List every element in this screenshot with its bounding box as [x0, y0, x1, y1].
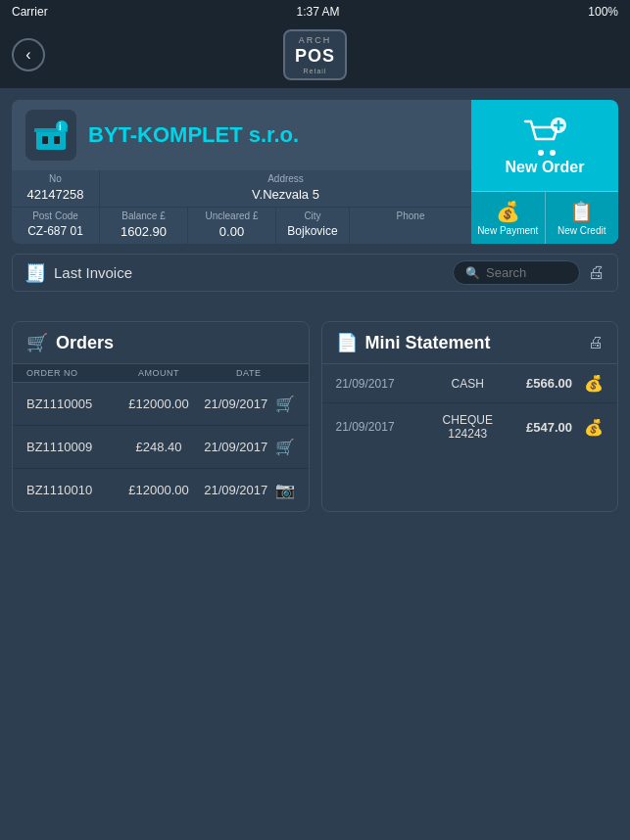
balance-value: 1602.90: [100, 222, 187, 244]
logo: ARCH POS Retail: [283, 29, 347, 80]
new-order-actions: 💰 New Payment 📋 New Credit: [471, 191, 618, 244]
invoice-icon: 🧾: [24, 262, 46, 284]
list-item: 21/09/2017 CASH £566.00 💰: [322, 364, 618, 403]
postcode-cell: Post Code CZ-687 01: [12, 208, 100, 244]
phone-cell: Phone: [350, 208, 471, 244]
postcode-value: CZ-687 01: [12, 222, 99, 243]
order-amount-cell: £12000.00: [115, 483, 203, 497]
stmt-date-cell: 21/09/2017: [336, 420, 410, 434]
stmt-type-cell: CHEQUE124243: [417, 413, 519, 441]
last-invoice-title: Last Invoice: [54, 264, 445, 281]
new-order-icon: [519, 116, 570, 159]
main-content: i BYT-KOMPLET s.r.o. No 42147258 Address: [0, 88, 630, 524]
order-no-cell: BZ1110005: [26, 397, 115, 411]
order-amount-cell: £248.40: [115, 440, 203, 454]
search-input[interactable]: [486, 265, 564, 280]
table-row[interactable]: BZ1110010 £12000.00 21/09/2017 📷: [13, 469, 309, 511]
search-icon: 🔍: [465, 266, 480, 280]
phone-label: Phone: [350, 208, 471, 222]
customer-info-left: i BYT-KOMPLET s.r.o. No 42147258 Address: [12, 100, 471, 244]
col-order-no-header: ORDER NO: [26, 368, 115, 378]
no-cell: No 42147258: [12, 170, 100, 207]
print-button[interactable]: 🖨: [588, 262, 606, 283]
svg-point-6: [538, 150, 544, 156]
order-action-icon[interactable]: 📷: [275, 481, 295, 499]
time-label: 1:37 AM: [296, 5, 339, 19]
postcode-label: Post Code: [12, 208, 99, 222]
order-no-cell: BZ1110009: [26, 440, 115, 454]
balance-label: Balance £: [100, 208, 187, 222]
new-credit-button[interactable]: 📋 New Credit: [546, 192, 619, 244]
col-date-header: DATE: [203, 368, 295, 378]
orders-icon: 🛒: [26, 332, 48, 353]
balance-cell: Balance £ 1602.90: [100, 208, 188, 244]
uncleared-label: Uncleared £: [188, 208, 275, 222]
carrier-label: Carrier: [12, 5, 48, 19]
customer-row1: No 42147258 Address V.Nezvala 5: [12, 170, 471, 207]
uncleared-cell: Uncleared £ 0.00: [188, 208, 276, 244]
status-bar: Carrier 1:37 AM 100%: [0, 0, 630, 23]
search-box[interactable]: 🔍: [453, 260, 580, 285]
new-order-label: New Order: [506, 159, 585, 176]
address-cell: Address V.Nezvala 5: [100, 170, 471, 207]
order-action-icon[interactable]: 🛒: [275, 395, 295, 413]
table-row[interactable]: BZ1110005 £12000.00 21/09/2017 🛒: [13, 383, 309, 426]
orders-header: 🛒 Orders: [13, 322, 309, 364]
order-date-cell: 21/09/2017: [203, 397, 269, 411]
last-invoice-bar: 🧾 Last Invoice 🔍 🖨: [12, 254, 618, 292]
phone-value: [350, 222, 471, 229]
order-no-cell: BZ1110010: [26, 483, 115, 497]
table-row[interactable]: BZ1110009 £248.40 21/09/2017 🛒: [13, 426, 309, 469]
stmt-action-icon[interactable]: 💰: [584, 374, 604, 393]
credit-label: New Credit: [557, 225, 606, 236]
customer-top: i BYT-KOMPLET s.r.o. No 42147258 Address: [12, 100, 618, 244]
customer-avatar: i: [25, 110, 76, 161]
order-date-cell: 21/09/2017: [203, 440, 269, 454]
orders-panel: 🛒 Orders ORDER NO AMOUNT DATE BZ1110005 …: [12, 321, 310, 512]
header: ‹ ARCH POS Retail: [0, 23, 630, 88]
new-order-top[interactable]: New Order: [496, 100, 595, 191]
order-amount-cell: £12000.00: [115, 397, 203, 411]
order-action-icon[interactable]: 🛒: [275, 438, 295, 456]
mini-statement-header: 📄 Mini Statement 🖨: [322, 322, 618, 364]
no-value: 42147258: [12, 185, 99, 207]
new-order-panel[interactable]: New Order 💰 New Payment 📋 New Credit: [471, 100, 618, 244]
orders-title: Orders: [56, 333, 114, 353]
orders-col-headers: ORDER NO AMOUNT DATE: [13, 364, 309, 383]
address-label: Address: [100, 170, 471, 185]
logo-box: ARCH POS Retail: [283, 29, 347, 80]
svg-text:i: i: [59, 121, 62, 132]
order-date-cell: 21/09/2017: [203, 483, 269, 497]
svg-point-4: [56, 120, 68, 132]
stmt-date-cell: 21/09/2017: [336, 377, 410, 391]
back-button[interactable]: ‹: [12, 38, 45, 71]
statement-print-button[interactable]: 🖨: [588, 334, 604, 351]
payment-icon: 💰: [496, 200, 520, 223]
mini-statement-panel: 📄 Mini Statement 🖨 21/09/2017 CASH £566.…: [321, 321, 619, 512]
stmt-amount-cell: £566.00: [526, 376, 572, 391]
address-value: V.Nezvala 5: [100, 185, 471, 207]
logo-arch: ARCH: [299, 35, 332, 45]
stmt-action-icon[interactable]: 💰: [584, 418, 604, 437]
svg-rect-1: [42, 136, 48, 144]
stmt-amount-cell: £547.00: [526, 420, 572, 435]
logo-pos: POS: [295, 46, 335, 67]
credit-icon: 📋: [569, 200, 594, 223]
no-label: No: [12, 170, 99, 185]
stmt-type-cell: CASH: [417, 377, 519, 391]
customer-row2: Post Code CZ-687 01 Balance £ 1602.90 Un…: [12, 207, 471, 244]
col-amount-header: AMOUNT: [115, 368, 203, 378]
battery-label: 100%: [588, 5, 618, 19]
new-payment-button[interactable]: 💰 New Payment: [471, 192, 546, 244]
customer-name-row: i BYT-KOMPLET s.r.o.: [12, 100, 471, 170]
payment-label: New Payment: [477, 225, 538, 236]
bottom-panels: 🛒 Orders ORDER NO AMOUNT DATE BZ1110005 …: [12, 321, 618, 512]
customer-card: i BYT-KOMPLET s.r.o. No 42147258 Address: [12, 100, 618, 244]
uncleared-value: 0.00: [188, 222, 275, 244]
svg-point-7: [550, 150, 556, 156]
city-cell: City Bojkovice: [276, 208, 350, 244]
city-label: City: [276, 208, 349, 222]
city-value: Bojkovice: [276, 222, 349, 243]
svg-rect-2: [54, 136, 60, 144]
mini-statement-title: Mini Statement: [365, 333, 491, 353]
